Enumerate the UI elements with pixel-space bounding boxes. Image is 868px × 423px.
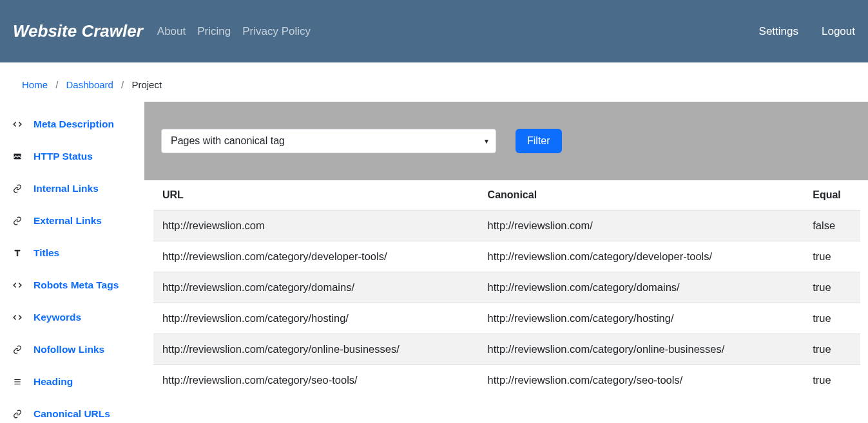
sidebar-item-meta-description[interactable]: Meta Description	[0, 108, 144, 140]
th-canonical: Canonical	[479, 180, 804, 211]
sidebar-item-internal-links[interactable]: Internal Links	[0, 173, 144, 205]
nav-logout[interactable]: Logout	[822, 25, 855, 38]
nav-pricing[interactable]: Pricing	[197, 25, 231, 38]
link-icon	[12, 184, 23, 193]
nav-about[interactable]: About	[157, 25, 186, 38]
cell-equal: true	[804, 334, 860, 365]
link-icon	[12, 345, 23, 354]
cell-equal: true	[804, 365, 860, 396]
nav-right: Settings Logout	[759, 25, 855, 38]
list-icon	[12, 377, 23, 386]
sidebar-item-label: Nofollow Links	[34, 344, 104, 355]
code-icon	[12, 120, 23, 129]
results-table: URL Canonical Equal http://reviewslion.c…	[153, 180, 860, 395]
table-header-row: URL Canonical Equal	[153, 180, 860, 211]
brand-logo[interactable]: Website Crawler	[13, 21, 143, 41]
sidebar-item-http-status[interactable]: HTTP Status	[0, 140, 144, 173]
sidebar-item-label: Robots Meta Tags	[34, 279, 119, 291]
cell-equal: true	[804, 272, 860, 303]
sidebar: Meta DescriptionHTTP StatusInternal Link…	[0, 102, 144, 423]
nav-left: About Pricing Privacy Policy	[157, 25, 311, 38]
breadcrumb-sep: /	[116, 79, 129, 90]
cell-canonical: http://reviewslion.com/category/develope…	[479, 241, 804, 272]
table-row: http://reviewslion.com/category/online-b…	[153, 334, 860, 365]
cell-url: http://reviewslion.com/category/seo-tool…	[153, 365, 479, 396]
breadcrumb-home[interactable]: Home	[22, 79, 48, 90]
cell-url: http://reviewslion.com/category/develope…	[153, 241, 479, 272]
top-header: Website Crawler About Pricing Privacy Po…	[0, 0, 868, 62]
filter-select-wrap: Pages with canonical tag ▼	[161, 129, 496, 153]
sidebar-item-label: Internal Links	[34, 183, 99, 194]
filter-bar: Pages with canonical tag ▼ Filter	[144, 102, 868, 180]
th-url: URL	[153, 180, 479, 211]
breadcrumb-dashboard[interactable]: Dashboard	[66, 79, 113, 90]
cell-canonical: http://reviewslion.com/category/online-b…	[479, 334, 804, 365]
sidebar-item-label: Titles	[34, 247, 59, 259]
cell-url: http://reviewslion.com/category/hosting/	[153, 303, 479, 334]
sidebar-item-label: Heading	[34, 376, 73, 388]
code-icon	[12, 313, 23, 322]
sidebar-item-label: Meta Description	[34, 118, 114, 130]
sidebar-item-label: External Links	[34, 215, 102, 227]
code-icon	[12, 281, 23, 290]
cell-equal: false	[804, 211, 860, 241]
main-content: Pages with canonical tag ▼ Filter URL Ca…	[144, 102, 868, 423]
sidebar-item-heading[interactable]: Heading	[0, 366, 144, 398]
breadcrumb-current: Project	[131, 79, 162, 90]
cell-canonical: http://reviewslion.com/category/hosting/	[479, 303, 804, 334]
table-row: http://reviewslion.com/category/hosting/…	[153, 303, 860, 334]
table-row: http://reviewslion.comhttp://reviewslion…	[153, 211, 860, 241]
filter-button[interactable]: Filter	[516, 129, 562, 153]
th-equal: Equal	[804, 180, 860, 211]
sidebar-item-robots-meta-tags[interactable]: Robots Meta Tags	[0, 269, 144, 301]
table-row: http://reviewslion.com/category/domains/…	[153, 272, 860, 303]
broken-icon	[12, 152, 23, 161]
sidebar-item-keywords[interactable]: Keywords	[0, 301, 144, 334]
nav-privacy[interactable]: Privacy Policy	[242, 25, 311, 38]
filter-select[interactable]: Pages with canonical tag	[161, 129, 496, 153]
breadcrumb: Home / Dashboard / Project	[0, 62, 868, 102]
link-icon	[12, 216, 23, 225]
cell-equal: true	[804, 241, 860, 272]
table-row: http://reviewslion.com/category/develope…	[153, 241, 860, 272]
sidebar-item-titles[interactable]: Titles	[0, 237, 144, 269]
sidebar-item-label: HTTP Status	[34, 151, 93, 162]
text-icon	[12, 249, 23, 258]
table-row: http://reviewslion.com/category/seo-tool…	[153, 365, 860, 396]
cell-url: http://reviewslion.com/category/domains/	[153, 272, 479, 303]
cell-url: http://reviewslion.com/category/online-b…	[153, 334, 479, 365]
cell-canonical: http://reviewslion.com/category/seo-tool…	[479, 365, 804, 396]
sidebar-item-canonical-urls[interactable]: Canonical URLs	[0, 398, 144, 423]
table-body: http://reviewslion.comhttp://reviewslion…	[153, 211, 860, 396]
breadcrumb-sep: /	[50, 79, 63, 90]
cell-url: http://reviewslion.com	[153, 211, 479, 241]
cell-canonical: http://reviewslion.com/	[479, 211, 804, 241]
nav-settings[interactable]: Settings	[759, 25, 798, 38]
cell-equal: true	[804, 303, 860, 334]
sidebar-item-label: Canonical URLs	[34, 408, 110, 420]
link-icon	[12, 409, 23, 418]
sidebar-item-nofollow-links[interactable]: Nofollow Links	[0, 334, 144, 366]
cell-canonical: http://reviewslion.com/category/domains/	[479, 272, 804, 303]
sidebar-item-external-links[interactable]: External Links	[0, 205, 144, 237]
sidebar-item-label: Keywords	[34, 312, 81, 323]
